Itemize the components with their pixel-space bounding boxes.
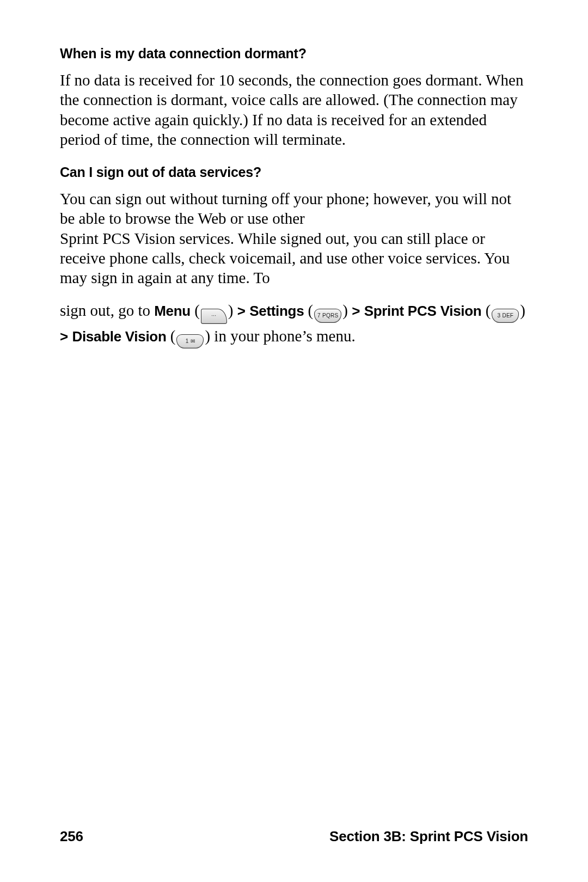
- faq-body-2b: Sprint PCS Vision services. While signed…: [60, 229, 528, 288]
- key-3-icon: 3 DEF: [492, 309, 519, 323]
- key-7-icon: 7 PQRS: [314, 309, 341, 323]
- softkey-icon: ···: [201, 309, 227, 324]
- menu-path: sign out, go to Menu (···) > Settings (7…: [60, 298, 528, 348]
- faq-heading-1: When is my data connection dormant?: [60, 46, 528, 62]
- nav-menu-label: Menu: [154, 303, 191, 319]
- manual-page: When is my data connection dormant? If n…: [0, 0, 588, 882]
- page-footer: 256 Section 3B: Sprint PCS Vision: [60, 828, 528, 845]
- nav-tail: in your phone’s menu.: [210, 327, 356, 345]
- nav-sep: >: [60, 328, 68, 345]
- faq-heading-2: Can I sign out of data services?: [60, 164, 528, 180]
- nav-vision-label-1: Sprint PCS: [364, 303, 437, 319]
- nav-disable-label: Disable Vision: [72, 328, 166, 345]
- nav-vision-label-2: Vision: [440, 303, 482, 319]
- nav-sep: >: [237, 303, 246, 319]
- nav-settings-label: Settings: [249, 303, 304, 319]
- section-title: Section 3B: Sprint PCS Vision: [329, 828, 528, 845]
- page-number: 256: [60, 828, 83, 845]
- faq-body-2a: You can sign out without turning off you…: [60, 189, 528, 229]
- nav-prefix: sign out, go to: [60, 302, 154, 319]
- key-1-icon: 1 ✉: [176, 334, 204, 348]
- nav-sep: >: [352, 303, 360, 319]
- faq-body-1: If no data is received for 10 seconds, t…: [60, 70, 528, 149]
